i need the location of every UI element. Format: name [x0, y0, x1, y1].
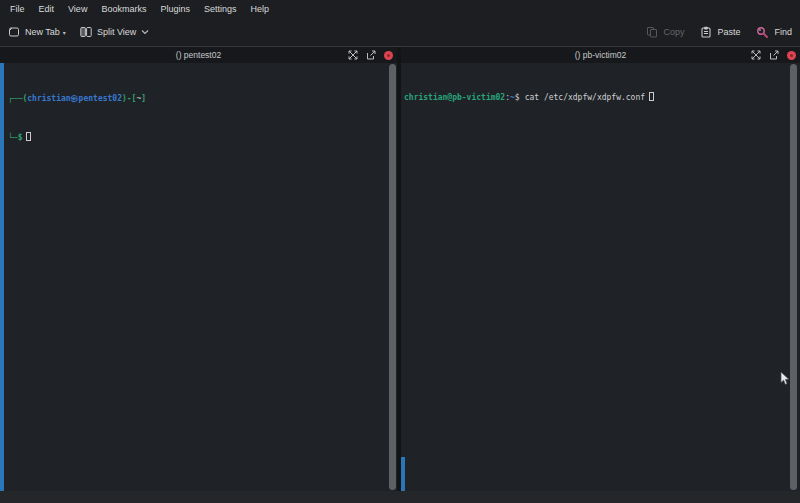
paste-icon — [700, 26, 712, 38]
copy-label: Copy — [663, 27, 684, 37]
konsole-window: File Edit View Bookmarks Plugins Setting… — [0, 0, 800, 503]
typed-command: cat /etc/xdpfw/xdpfw.conf — [525, 93, 645, 102]
menu-settings[interactable]: Settings — [197, 2, 244, 16]
split-view-label: Split View — [97, 27, 136, 37]
mouse-cursor — [780, 371, 792, 387]
split-view-chevron-icon[interactable] — [141, 29, 149, 35]
scrollbar-right-pane[interactable] — [790, 64, 797, 490]
paste-button[interactable]: Paste — [700, 26, 740, 38]
pane-title-pentest02: () pentest02 — [0, 50, 397, 60]
detach-split-icon[interactable] — [366, 50, 376, 60]
new-tab-dropdown-caret-icon[interactable]: ▾ — [63, 29, 66, 36]
pane-header-pentest02[interactable]: () pentest02 — [0, 47, 397, 63]
bash-prompt-line: christian@pb-victim02:~$cat /etc/xdpfw/x… — [404, 91, 800, 104]
find-icon — [756, 26, 769, 39]
pane-header-icons-right — [751, 50, 800, 60]
find-button[interactable]: Find — [756, 26, 792, 39]
terminal-cursor-right — [649, 92, 654, 101]
new-tab-icon — [8, 26, 20, 38]
window-bottom-strip — [0, 491, 800, 503]
terminal-screen-pentest02[interactable]: ┌──(christian㉿pentest02)-[~] └─$ — [0, 63, 397, 491]
maximize-split-icon[interactable] — [348, 50, 358, 60]
menu-view[interactable]: View — [61, 2, 94, 16]
split-view-icon — [80, 26, 92, 38]
pane-header-pb-victim02[interactable]: () pb-victim02 — [401, 47, 800, 63]
kali-prompt-line2: └─$ — [8, 131, 397, 144]
maximize-split-icon[interactable] — [751, 50, 761, 60]
terminal-cursor-left — [26, 132, 31, 141]
terminal-pane-pb-victim02: () pb-victim02 — [401, 47, 800, 491]
copy-button[interactable]: Copy — [646, 26, 684, 38]
copy-icon — [646, 26, 658, 38]
menu-help[interactable]: Help — [243, 2, 276, 16]
new-tab-label: New Tab — [25, 27, 60, 37]
scrollbar-left-pane[interactable] — [389, 64, 396, 490]
new-lines-indicator-right — [401, 457, 405, 491]
toolbar: New Tab ▾ Split View — [0, 18, 800, 46]
kali-prompt-line1: ┌──(christian㉿pentest02)-[~] — [8, 92, 397, 105]
new-tab-button[interactable]: New Tab ▾ — [8, 26, 66, 38]
split-container: () pentest02 — [0, 47, 800, 491]
terminal-pane-pentest02: () pentest02 — [0, 47, 397, 491]
terminal-screen-pb-victim02[interactable]: christian@pb-victim02:~$cat /etc/xdpfw/x… — [401, 63, 800, 491]
menubar: File Edit View Bookmarks Plugins Setting… — [0, 0, 800, 18]
split-view-button[interactable]: Split View — [80, 26, 149, 38]
menu-file[interactable]: File — [3, 2, 32, 16]
pane-title-pb-victim02: () pb-victim02 — [401, 50, 800, 60]
terminal-content-pentest02: ┌──(christian㉿pentest02)-[~] └─$ — [0, 63, 397, 170]
paste-label: Paste — [717, 27, 740, 37]
terminal-content-pb-victim02: christian@pb-victim02:~$cat /etc/xdpfw/x… — [401, 63, 800, 130]
menu-bookmarks[interactable]: Bookmarks — [94, 2, 153, 16]
pane-header-icons-left — [348, 50, 397, 60]
menu-plugins[interactable]: Plugins — [153, 2, 197, 16]
close-split-button[interactable] — [787, 51, 796, 60]
find-label: Find — [774, 27, 792, 37]
close-split-button[interactable] — [384, 51, 393, 60]
toolbar-right-group: Copy Paste — [646, 26, 792, 39]
detach-split-icon[interactable] — [769, 50, 779, 60]
menu-edit[interactable]: Edit — [32, 2, 62, 16]
